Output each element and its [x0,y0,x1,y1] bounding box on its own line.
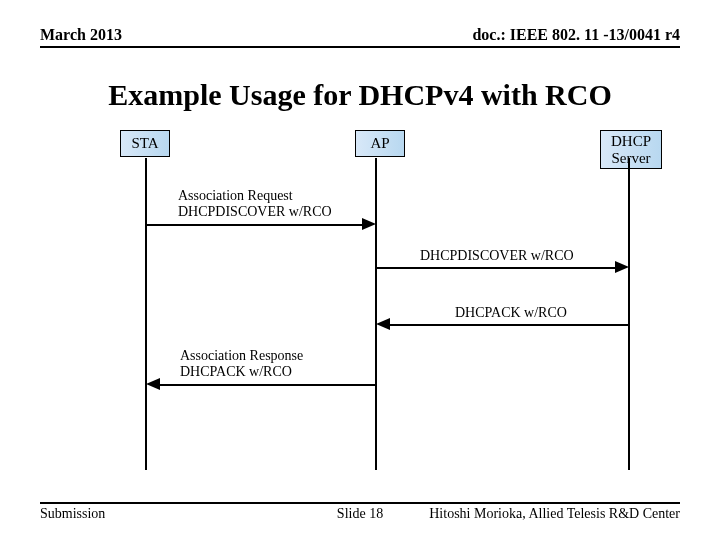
msg1-line1: Association Request [178,188,293,203]
actor-dhcp-label1: DHCP [611,133,651,149]
actor-sta-label: STA [131,135,158,151]
lifeline-ap [375,158,377,470]
actor-ap-label: AP [370,135,389,151]
header-date: March 2013 [40,26,122,44]
msg4-label: Association Response DHCPACK w/RCO [180,348,303,380]
msg3-arrow-line [388,324,628,326]
footer-author: Hitoshi Morioka, Allied Telesis R&D Cent… [429,506,680,522]
msg2-label: DHCPDISCOVER w/RCO [420,248,574,264]
msg3-arrow-head [376,318,390,330]
actor-dhcp-label2: Server [611,150,650,166]
msg3-label: DHCPACK w/RCO [455,305,567,321]
actor-ap: AP [355,130,405,157]
msg2-arrow-head [615,261,629,273]
header-bar: March 2013 doc.: IEEE 802. 11 -13/0041 r… [40,26,680,48]
msg2-arrow-line [376,267,617,269]
msg4-arrow-line [158,384,376,386]
footer-left: Submission [40,506,105,522]
msg1-label: Association Request DHCPDISCOVER w/RCO [178,188,332,220]
sequence-diagram: STA AP DHCP Server Association Request D… [40,130,680,470]
msg1-arrow-head [362,218,376,230]
lifeline-sta [145,158,147,470]
lifeline-dhcp [628,158,630,470]
msg4-arrow-head [146,378,160,390]
msg4-line1: Association Response [180,348,303,363]
slide-title: Example Usage for DHCPv4 with RCO [0,78,720,112]
msg4-line2: DHCPACK w/RCO [180,364,292,379]
actor-sta: STA [120,130,170,157]
header-doc-id: doc.: IEEE 802. 11 -13/0041 r4 [472,26,680,44]
footer-bar: Submission Slide 18 Hitoshi Morioka, All… [40,502,680,522]
msg1-line2: DHCPDISCOVER w/RCO [178,204,332,219]
msg1-arrow-line [146,224,364,226]
actor-dhcp-server: DHCP Server [600,130,662,169]
